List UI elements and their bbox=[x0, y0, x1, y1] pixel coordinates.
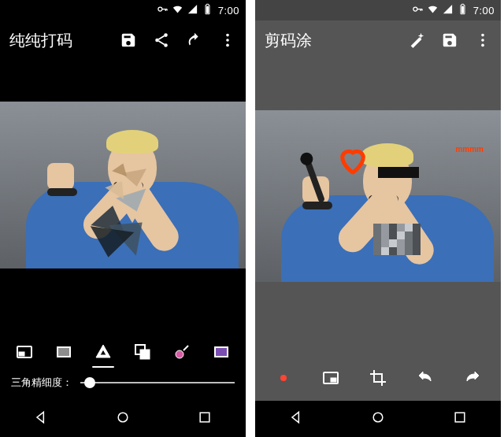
phone-screen-right: 7:00 剪码涂 mmmm bbox=[255, 0, 501, 437]
svg-point-17 bbox=[413, 7, 417, 11]
edited-image: mmmm bbox=[255, 110, 501, 282]
phone-screen-left: 7:00 纯纯打码 bbox=[0, 0, 246, 437]
back-icon[interactable] bbox=[33, 409, 49, 428]
fineness-slider[interactable] bbox=[80, 382, 235, 383]
text-annotation: mmmm bbox=[455, 145, 484, 154]
svg-point-0 bbox=[158, 7, 162, 11]
edited-image bbox=[0, 102, 246, 268]
slider-label: 三角精细度： bbox=[11, 376, 72, 390]
android-nav-bar bbox=[255, 401, 501, 437]
share-icon[interactable] bbox=[153, 31, 170, 49]
android-nav-bar bbox=[0, 401, 246, 437]
save-icon[interactable] bbox=[441, 31, 458, 49]
svg-point-7 bbox=[226, 44, 229, 47]
svg-rect-12 bbox=[140, 350, 150, 359]
undo-icon[interactable] bbox=[186, 31, 203, 49]
status-clock: 7:00 bbox=[473, 5, 495, 17]
frame-tool[interactable] bbox=[207, 341, 235, 363]
editor-canvas[interactable]: mmmm bbox=[255, 60, 501, 355]
svg-point-20 bbox=[481, 39, 484, 42]
fill-tool[interactable] bbox=[50, 341, 78, 363]
svg-rect-9 bbox=[19, 352, 24, 356]
more-icon[interactable] bbox=[219, 31, 236, 49]
svg-point-6 bbox=[226, 39, 229, 42]
home-icon[interactable] bbox=[370, 409, 386, 428]
heart-sticker bbox=[337, 145, 369, 176]
save-icon[interactable] bbox=[120, 31, 137, 49]
signal-icon bbox=[442, 3, 454, 17]
magic-wand-icon[interactable] bbox=[408, 31, 425, 49]
battery-icon bbox=[457, 3, 469, 17]
wifi-icon bbox=[172, 3, 183, 17]
svg-point-15 bbox=[118, 413, 128, 422]
svg-rect-10 bbox=[57, 347, 70, 357]
recent-icon[interactable] bbox=[197, 409, 213, 428]
svg-point-19 bbox=[481, 34, 484, 37]
shape-tool[interactable] bbox=[89, 341, 117, 363]
svg-rect-23 bbox=[331, 378, 336, 382]
wifi-icon bbox=[427, 3, 439, 17]
censor-bar bbox=[378, 167, 419, 178]
crop-tool[interactable] bbox=[364, 367, 392, 389]
app-bar: 剪码涂 bbox=[255, 20, 501, 60]
svg-rect-1 bbox=[206, 6, 209, 13]
record-indicator[interactable] bbox=[269, 367, 298, 389]
signal-icon bbox=[187, 3, 198, 17]
status-bar: 7:00 bbox=[0, 0, 246, 20]
brush-tool[interactable] bbox=[168, 341, 196, 363]
mosaic-censor bbox=[373, 224, 421, 255]
layers-tool[interactable] bbox=[128, 341, 157, 363]
status-bar: 7:00 bbox=[255, 0, 501, 20]
undo-tool[interactable] bbox=[411, 367, 439, 389]
svg-rect-18 bbox=[461, 6, 464, 13]
app-bar: 纯纯打码 bbox=[0, 20, 246, 60]
key-icon bbox=[157, 3, 169, 17]
svg-point-13 bbox=[176, 350, 183, 358]
battery-icon bbox=[202, 3, 213, 17]
svg-point-21 bbox=[481, 44, 484, 47]
redo-tool[interactable] bbox=[458, 367, 487, 389]
pip-tool[interactable] bbox=[317, 367, 345, 389]
svg-rect-14 bbox=[215, 347, 228, 357]
tool-row bbox=[255, 355, 501, 401]
key-icon bbox=[412, 3, 424, 17]
app-title: 剪码涂 bbox=[265, 30, 408, 51]
svg-point-5 bbox=[226, 34, 229, 37]
tool-row bbox=[0, 333, 246, 371]
editor-canvas[interactable] bbox=[0, 60, 246, 333]
more-icon[interactable] bbox=[474, 31, 491, 49]
slider-thumb[interactable] bbox=[84, 377, 95, 388]
back-icon[interactable] bbox=[288, 409, 304, 428]
svg-rect-16 bbox=[200, 413, 209, 422]
status-clock: 7:00 bbox=[218, 5, 239, 17]
recent-icon[interactable] bbox=[452, 409, 468, 428]
app-title: 纯纯打码 bbox=[9, 30, 120, 51]
slider-row: 三角精细度： bbox=[0, 371, 246, 401]
svg-point-24 bbox=[373, 413, 383, 422]
home-icon[interactable] bbox=[115, 409, 131, 428]
svg-rect-25 bbox=[455, 413, 465, 422]
pip-tool[interactable] bbox=[10, 341, 39, 363]
